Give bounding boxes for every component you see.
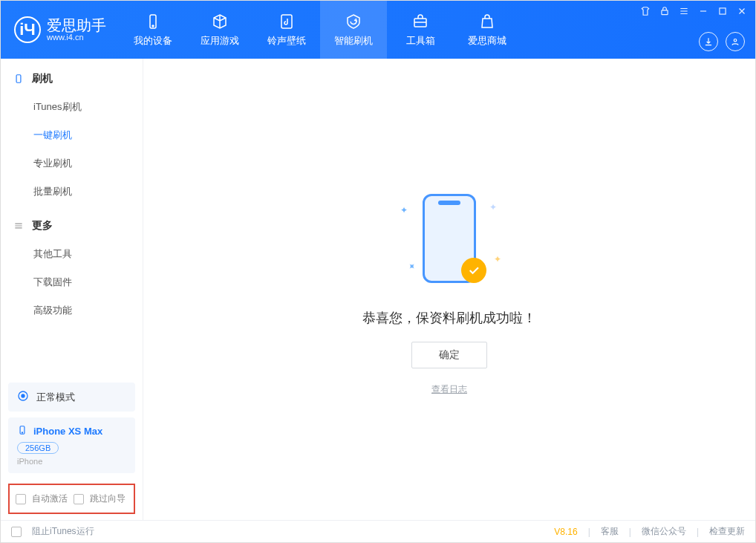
device-phone-icon xyxy=(17,425,27,438)
svg-rect-5 xyxy=(720,8,726,14)
lock-icon[interactable] xyxy=(659,5,671,17)
maximize-icon[interactable] xyxy=(717,5,729,17)
version-label: V8.16 xyxy=(554,527,577,537)
check-badge-icon xyxy=(461,258,486,283)
skip-guide-checkbox[interactable] xyxy=(74,494,84,504)
nav-tab-toolbox[interactable]: 工具箱 xyxy=(387,1,454,59)
menu-icon[interactable] xyxy=(678,5,690,17)
success-message: 恭喜您，保资料刷机成功啦！ xyxy=(362,309,536,327)
nav-tab-music[interactable]: 铃声壁纸 xyxy=(253,1,320,59)
nav-tab-label: 智能刷机 xyxy=(334,34,373,48)
svg-point-6 xyxy=(734,39,737,42)
app-name: 爱思助手 xyxy=(47,18,106,33)
main-content: ✦ ✦ ✦ ✦ 恭喜您，保资料刷机成功啦！ 确定 查看日志 xyxy=(143,59,755,520)
sparkle-icon: ✦ xyxy=(400,205,408,215)
svg-point-9 xyxy=(22,394,25,397)
device-card[interactable]: iPhone XS Max 256GB iPhone xyxy=(8,417,135,473)
svg-rect-2 xyxy=(281,15,292,28)
nav-tabs: 我的设备应用游戏铃声壁纸智能刷机工具箱爱思商城 xyxy=(120,1,521,59)
footer-link-update[interactable]: 检查更新 xyxy=(709,525,745,538)
nav-tab-label: 工具箱 xyxy=(406,34,435,48)
svg-rect-4 xyxy=(662,10,668,15)
shirt-icon[interactable] xyxy=(639,5,651,17)
sidebar: 刷机iTunes刷机一键刷机专业刷机批量刷机更多其他工具下载固件高级功能 正常模… xyxy=(1,59,143,520)
bag-icon xyxy=(478,12,497,31)
sidebar-item[interactable]: 下载固件 xyxy=(1,268,143,296)
svg-point-11 xyxy=(22,432,22,433)
view-log-link[interactable]: 查看日志 xyxy=(431,383,467,396)
close-icon[interactable] xyxy=(736,5,748,17)
logo-block: іЧ 爱思助手 www.i4.cn xyxy=(1,1,120,59)
block-itunes-label: 阻止iTunes运行 xyxy=(32,525,94,538)
mode-icon xyxy=(17,390,29,404)
auto-activate-checkbox[interactable] xyxy=(16,494,26,504)
nav-tab-bag[interactable]: 爱思商城 xyxy=(454,1,521,59)
status-bar: 阻止iTunes运行 V8.16 | 客服 | 微信公众号 | 检查更新 xyxy=(1,520,755,542)
skip-guide-label: 跳过向导 xyxy=(90,492,126,505)
user-button[interactable] xyxy=(726,32,745,51)
device-name: iPhone XS Max xyxy=(33,426,102,437)
nav-tab-label: 爱思商城 xyxy=(468,34,506,48)
nav-tab-label: 我的设备 xyxy=(134,34,172,48)
sidebar-section-title: 更多 xyxy=(1,206,143,240)
sidebar-item[interactable]: 高级功能 xyxy=(1,296,143,325)
device-capacity: 256GB xyxy=(17,442,59,454)
success-illustration: ✦ ✦ ✦ ✦ xyxy=(390,183,509,294)
sparkle-icon: ✦ xyxy=(494,254,501,264)
auto-activate-label: 自动激活 xyxy=(32,492,68,505)
device-model: iPhone xyxy=(17,457,126,466)
app-site: www.i4.cn xyxy=(47,33,106,42)
sidebar-item[interactable]: 批量刷机 xyxy=(1,178,143,206)
footer-link-support[interactable]: 客服 xyxy=(601,525,619,538)
block-itunes-checkbox[interactable] xyxy=(11,527,22,537)
logo-text: 爱思助手 www.i4.cn xyxy=(47,18,106,42)
logo-icon: іЧ xyxy=(14,16,41,43)
sidebar-item[interactable]: iTunes刷机 xyxy=(1,93,143,121)
nav-tab-label: 铃声壁纸 xyxy=(267,34,306,48)
menu-icon xyxy=(13,220,25,232)
cube-icon xyxy=(210,12,229,31)
phone-icon xyxy=(13,73,25,85)
flash-options-highlighted: 自动激活 跳过向导 xyxy=(8,484,135,514)
minimize-icon[interactable] xyxy=(697,5,709,17)
toolbox-icon xyxy=(411,12,430,31)
svg-point-1 xyxy=(152,25,154,27)
ok-button[interactable]: 确定 xyxy=(411,342,487,368)
svg-rect-7 xyxy=(16,75,21,83)
mode-label: 正常模式 xyxy=(36,391,75,404)
nav-tab-device[interactable]: 我的设备 xyxy=(120,1,186,59)
window-controls xyxy=(639,1,755,17)
sparkle-icon: ✦ xyxy=(489,202,497,212)
nav-tab-label: 应用游戏 xyxy=(201,34,239,48)
sparkle-icon: ✦ xyxy=(405,261,418,273)
sidebar-item[interactable]: 专业刷机 xyxy=(1,149,143,178)
device-icon xyxy=(143,12,163,31)
sidebar-section-title: 刷机 xyxy=(1,59,143,93)
nav-tab-cube[interactable]: 应用游戏 xyxy=(186,1,253,59)
sidebar-item[interactable]: 一键刷机 xyxy=(1,121,143,149)
device-mode-card[interactable]: 正常模式 xyxy=(8,383,135,412)
music-icon xyxy=(277,12,296,31)
nav-tab-refresh[interactable]: 智能刷机 xyxy=(320,1,387,59)
app-header: іЧ 爱思助手 www.i4.cn 我的设备应用游戏铃声壁纸智能刷机工具箱爱思商… xyxy=(1,1,755,59)
footer-link-wechat[interactable]: 微信公众号 xyxy=(642,525,686,538)
refresh-icon xyxy=(344,12,363,31)
download-button[interactable] xyxy=(699,32,718,51)
sidebar-item[interactable]: 其他工具 xyxy=(1,240,143,268)
